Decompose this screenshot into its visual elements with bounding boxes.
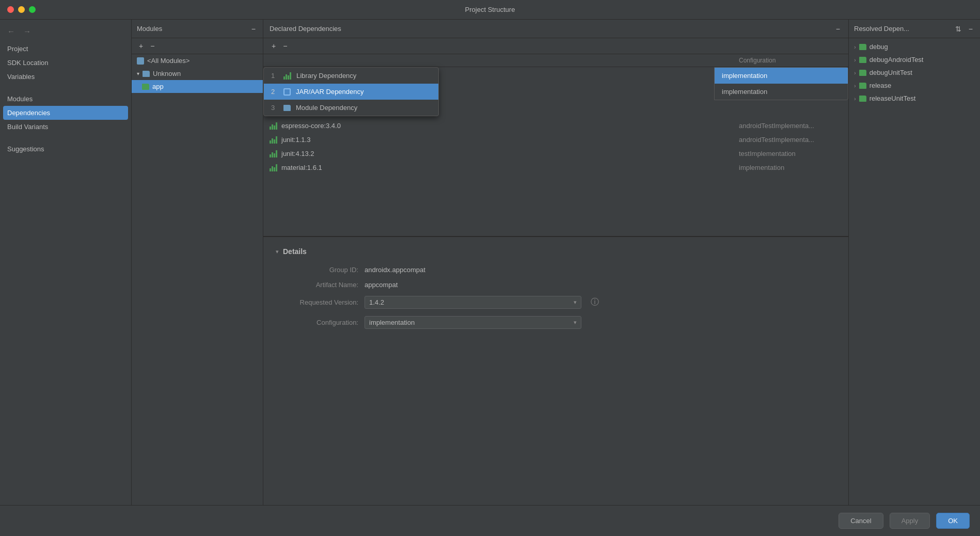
deps-add-button[interactable]: + xyxy=(270,41,278,51)
config-item-implementation-2[interactable]: implementation xyxy=(715,84,848,100)
sidebar-item-variables[interactable]: Variables xyxy=(0,70,131,84)
modules-title: Modules xyxy=(137,25,162,33)
tree-item-label: Unknown xyxy=(153,70,181,77)
dep-row-espresso[interactable]: espresso-core:3.4.0 androidTestImplement… xyxy=(263,119,848,133)
dep-bar-icon xyxy=(270,122,277,130)
window-controls[interactable] xyxy=(7,6,36,13)
sidebar-item-modules[interactable]: Modules xyxy=(0,92,131,106)
deps-title: Declared Dependencies xyxy=(270,25,341,33)
apply-button[interactable]: Apply xyxy=(890,513,930,529)
window-title: Project Structure xyxy=(465,6,515,13)
modules-minimize-icon[interactable]: − xyxy=(249,24,258,34)
modules-grid-icon xyxy=(137,57,144,65)
dep-name: junit:4.13.2 xyxy=(281,150,735,157)
dep-rows-list: espresso-core:3.4.0 androidTestImplement… xyxy=(263,119,848,175)
chevron-right-icon: › xyxy=(854,96,856,102)
resolved-deps-panel: Resolved Depen... ⇅ − › debug › debugAnd… xyxy=(848,20,980,505)
group-id-label: Group ID: xyxy=(276,266,358,274)
col-header-config: Configuration xyxy=(739,57,842,64)
tree-item-app[interactable]: app xyxy=(132,80,263,93)
modules-remove-button[interactable]: − xyxy=(148,41,156,51)
deps-header: Declared Dependencies − xyxy=(263,20,848,38)
resolved-header-actions: ⇅ − xyxy=(953,24,975,34)
dropdown-item-module[interactable]: 3 Module Dependency xyxy=(264,100,438,116)
tree-item-label: <All Modules> xyxy=(147,57,189,65)
config-select-value: implementation xyxy=(369,319,415,326)
modules-panel: Modules − + − <All Modules> ▾ Unknown ap… xyxy=(132,20,263,505)
details-chevron-icon: ▾ xyxy=(276,248,279,255)
dep-row-junit112[interactable]: junit:1.1.3 androidTestImplementa... xyxy=(263,133,848,147)
sidebar-item-build-variants[interactable]: Build Variants xyxy=(0,120,131,134)
resolved-item-debug[interactable]: › debug xyxy=(849,40,980,53)
dropdown-item-label: Module Dependency xyxy=(296,104,357,112)
details-header: ▾ Details xyxy=(276,247,836,256)
maximize-button[interactable] xyxy=(29,6,36,13)
resolved-title: Resolved Depen... xyxy=(854,25,909,33)
dropdown-item-jar-aar[interactable]: 2 JAR/AAR Dependency xyxy=(264,84,438,100)
sidebar-item-sdk-location[interactable]: SDK Location xyxy=(0,56,131,70)
artifact-value: appcompat xyxy=(365,281,398,289)
main-layout: ← → Project SDK Location Variables Modul… xyxy=(0,20,980,505)
dep-config: implementation xyxy=(739,164,842,171)
bottom-bar: Cancel Apply OK xyxy=(0,505,980,536)
jar-icon xyxy=(283,88,291,96)
content-body: Declared Dependencies − + − Configuratio… xyxy=(263,20,980,505)
folder-icon-app xyxy=(142,84,149,90)
title-bar: Project Structure xyxy=(0,0,980,20)
chevron-right-icon: › xyxy=(854,83,856,89)
add-dependency-dropdown: 1 Library Dependency 2 xyxy=(263,67,439,116)
version-select-value: 1.4.2 xyxy=(369,298,384,306)
dep-bar-icon xyxy=(270,136,277,144)
modules-add-button[interactable]: + xyxy=(137,41,145,51)
dep-row-junit413[interactable]: junit:4.13.2 testImplementation xyxy=(263,147,848,161)
sidebar-item-project[interactable]: Project xyxy=(0,42,131,56)
version-label: Requested Version: xyxy=(276,298,358,306)
sidebar-item-dependencies[interactable]: Dependencies xyxy=(3,106,128,120)
resolved-item-release-unit-test[interactable]: › releaseUnitTest xyxy=(849,92,980,105)
dep-config: testImplementation xyxy=(739,150,842,157)
forward-arrow[interactable]: → xyxy=(23,27,31,36)
dropdown-item-library[interactable]: 1 Library Dependency xyxy=(264,68,438,84)
dropdown-item-label: Library Dependency xyxy=(296,72,356,80)
close-button[interactable] xyxy=(7,6,14,13)
config-label: Configuration: xyxy=(276,319,358,326)
modules-header: Modules − xyxy=(132,20,263,38)
left-nav: ← → Project SDK Location Variables Modul… xyxy=(0,20,132,505)
tree-item-unknown[interactable]: ▾ Unknown xyxy=(132,67,263,80)
cancel-button[interactable]: Cancel xyxy=(839,513,883,529)
config-select[interactable]: implementation ▾ xyxy=(365,316,581,329)
dropdown-num-1: 1 xyxy=(271,72,278,80)
deps-minimize-icon[interactable]: − xyxy=(834,24,842,34)
ok-button[interactable]: OK xyxy=(936,513,970,529)
folder-icon-unknown xyxy=(143,71,150,77)
config-item-implementation-1[interactable]: implementation xyxy=(715,68,848,84)
resolved-item-debug-unit-test[interactable]: › debugUnitTest xyxy=(849,66,980,79)
resolved-sort-icon[interactable]: ⇅ xyxy=(953,24,963,34)
tree-item-all-modules[interactable]: <All Modules> xyxy=(132,54,263,67)
version-select[interactable]: 1.4.2 ▾ xyxy=(365,296,581,309)
resolved-item-release[interactable]: › release xyxy=(849,79,980,92)
config-chevron-down-icon: ▾ xyxy=(574,319,577,326)
dep-row-material[interactable]: material:1.6.1 implementation xyxy=(263,161,848,175)
dep-name: junit:1.1.3 xyxy=(281,136,735,144)
resolved-item-label: debugAndroidTest xyxy=(870,56,924,64)
group-id-value: androidx.appcompat xyxy=(365,266,425,274)
folder-debugandroidtest-icon xyxy=(859,57,866,63)
dep-config: androidTestImplementa... xyxy=(739,122,842,130)
declared-deps-panel: Declared Dependencies − + − Configuratio… xyxy=(263,20,848,237)
chevron-right-icon: › xyxy=(854,70,856,76)
center-area: Declared Dependencies − + − Configuratio… xyxy=(263,20,848,505)
resolved-item-debug-android-test[interactable]: › debugAndroidTest xyxy=(849,53,980,66)
resolved-header: Resolved Depen... ⇅ − xyxy=(849,20,980,38)
folder-release-icon xyxy=(859,83,866,89)
minimize-button[interactable] xyxy=(18,6,25,13)
version-chevron-down-icon: ▾ xyxy=(574,299,577,306)
dropdown-item-label: JAR/AAR Dependency xyxy=(296,88,364,96)
resolved-minimize-icon[interactable]: − xyxy=(967,24,975,34)
dep-bar-icon xyxy=(270,164,277,171)
sidebar-item-suggestions[interactable]: Suggestions xyxy=(0,142,131,156)
back-arrow[interactable]: ← xyxy=(7,27,15,36)
module-folder-icon xyxy=(283,105,291,111)
deps-remove-button[interactable]: − xyxy=(281,41,289,51)
folder-debugunittest-icon xyxy=(859,70,866,76)
